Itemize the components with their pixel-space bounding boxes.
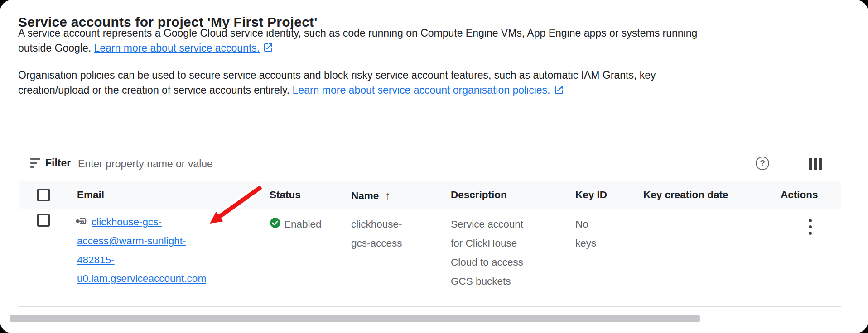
intro-line-2-text: outside Google. bbox=[18, 42, 94, 54]
name-value-line: clickhouse- bbox=[351, 218, 402, 231]
external-link-icon[interactable] bbox=[263, 42, 274, 57]
column-header-name[interactable]: Name↑ bbox=[351, 189, 391, 202]
row-actions-kebab-menu-icon[interactable] bbox=[801, 219, 819, 235]
filter-icon bbox=[30, 158, 40, 170]
learn-more-org-policies-link[interactable]: Learn more about service account organis… bbox=[293, 84, 550, 96]
intro-paragraph: A service account represents a Google Cl… bbox=[18, 26, 697, 57]
column-header-email[interactable]: Email bbox=[77, 189, 104, 201]
org-policy-line-2: creation/upload or the creation of servi… bbox=[18, 83, 656, 99]
org-policy-line-2-text: creation/upload or the creation of servi… bbox=[18, 84, 293, 96]
key-id-value-line: No bbox=[575, 218, 588, 231]
filter-toolbar: Filter ? bbox=[19, 146, 841, 181]
column-header-key-id[interactable]: Key ID bbox=[575, 189, 607, 201]
org-policy-line-1: Organisation policies can be used to sec… bbox=[18, 68, 656, 83]
sort-ascending-icon[interactable]: ↑ bbox=[385, 189, 391, 201]
help-icon[interactable]: ? bbox=[756, 157, 769, 170]
table-row: clickhouse-gcs- access@warm-sunlight- 48… bbox=[19, 209, 841, 307]
column-header-name-label: Name bbox=[351, 190, 379, 201]
service-account-key-icon bbox=[75, 216, 87, 230]
vertical-scrollbar-track-line bbox=[861, 12, 861, 321]
status-enabled-icon bbox=[269, 217, 281, 231]
status-value: Enabled bbox=[284, 218, 322, 231]
external-link-icon[interactable] bbox=[554, 84, 564, 99]
column-display-options-icon[interactable] bbox=[809, 158, 824, 170]
filter-label: Filter bbox=[45, 157, 71, 169]
org-policy-paragraph: Organisation policies can be used to sec… bbox=[18, 68, 656, 99]
email-line[interactable]: 482815- bbox=[77, 254, 115, 266]
key-id-value-line: keys bbox=[575, 237, 596, 250]
intro-line-1: A service account represents a Google Cl… bbox=[18, 26, 697, 41]
select-all-checkbox[interactable] bbox=[37, 189, 50, 201]
intro-line-2: outside Google. Learn more about service… bbox=[18, 41, 697, 57]
name-value-line: gcs-access bbox=[351, 237, 402, 250]
horizontal-scrollbar-thumb[interactable] bbox=[10, 315, 700, 322]
description-value-line: Service account bbox=[451, 218, 523, 231]
column-header-actions: Actions bbox=[781, 189, 818, 201]
filter-input[interactable] bbox=[77, 154, 450, 173]
column-header-description[interactable]: Description bbox=[451, 189, 507, 201]
service-accounts-page: Service accounts for project 'My First P… bbox=[0, 0, 868, 333]
help-glyph: ? bbox=[760, 158, 765, 168]
table-header-row: Email Status Name↑ Description Key ID Ke… bbox=[19, 181, 841, 210]
description-value-line: Cloud to access bbox=[451, 256, 523, 269]
email-line[interactable]: clickhouse-gcs- bbox=[92, 216, 162, 228]
row-checkbox[interactable] bbox=[37, 214, 50, 227]
email-line[interactable]: u0.iam.gserviceaccount.com bbox=[77, 272, 206, 285]
learn-more-service-accounts-link[interactable]: Learn more about service accounts. bbox=[94, 42, 260, 54]
description-value-line: for ClickHouse bbox=[451, 237, 517, 250]
toolbar-divider bbox=[788, 151, 788, 176]
description-value-line: GCS buckets bbox=[451, 275, 511, 288]
column-header-key-creation-date[interactable]: Key creation date bbox=[643, 189, 728, 201]
column-header-status[interactable]: Status bbox=[270, 189, 301, 201]
email-line[interactable]: access@warm-sunlight- bbox=[77, 235, 186, 247]
